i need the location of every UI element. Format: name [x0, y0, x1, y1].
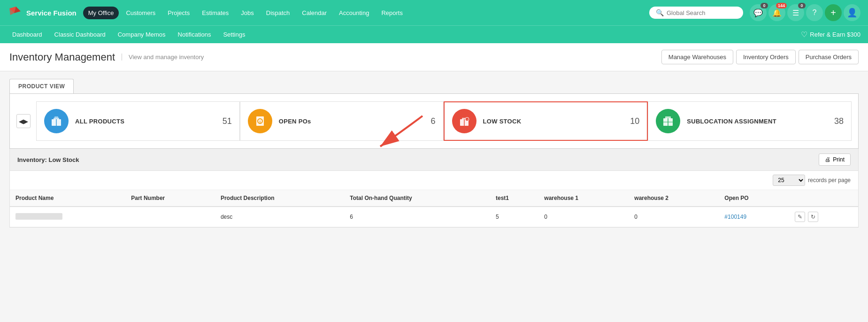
- avatar-icon: 👤: [847, 8, 857, 18]
- all-products-label: ALL PRODUCTS: [75, 118, 124, 125]
- sublocation-icon-svg: [661, 115, 675, 128]
- help-icon-btn[interactable]: ?: [806, 4, 823, 21]
- print-button[interactable]: 🖨 Print: [819, 153, 851, 166]
- cell-warehouse1: 0: [538, 207, 629, 227]
- product-view-tab[interactable]: PRODUCT VIEW: [9, 79, 74, 93]
- inventory-orders-button[interactable]: Inventory Orders: [736, 50, 796, 64]
- invoice-icon: $: [253, 115, 267, 128]
- printer-icon: 🖨: [825, 156, 830, 163]
- plus-icon: +: [830, 8, 836, 18]
- nav-item-reports[interactable]: Reports: [376, 7, 408, 19]
- col-open-po: Open PO: [719, 190, 789, 207]
- chat-badge: 0: [760, 3, 768, 8]
- cell-row-actions: ✎ ↻: [789, 207, 858, 227]
- col-test1: test1: [490, 190, 538, 207]
- nav-item-estimates[interactable]: Estimates: [197, 7, 234, 19]
- purchase-orders-button[interactable]: Purchase Orders: [799, 50, 859, 64]
- card-low-stock[interactable]: ! LOW STOCK 10: [444, 101, 648, 141]
- card-sublocation[interactable]: SUBLOCATION ASSIGNMENT 38: [648, 101, 852, 141]
- menu-icon-btn[interactable]: ☰ 0: [787, 4, 804, 21]
- cell-open-po: #100149: [719, 207, 789, 227]
- cell-description: desc: [215, 207, 344, 227]
- sublocation-icon: [656, 109, 680, 133]
- menu-icon: ☰: [792, 8, 799, 17]
- records-row: 25 50 100 records per page: [10, 171, 858, 190]
- cards-wrapper: ◀▶ ALL PRODUCTS 51: [9, 93, 859, 228]
- sub-nav: Dashboard Classic Dashboard Company Memo…: [0, 25, 868, 43]
- product-cards: ALL PRODUCTS 51 $ OPEN POs 6: [36, 101, 852, 141]
- manage-warehouses-button[interactable]: Manage Warehouses: [661, 50, 733, 64]
- card-open-pos[interactable]: $ OPEN POs 6: [240, 101, 444, 141]
- svg-rect-5: [54, 116, 58, 118]
- page-title: Inventory Management: [9, 51, 115, 63]
- sub-nav-company-memos[interactable]: Company Memos: [113, 29, 170, 40]
- chevron-left-icon: ◀▶: [19, 118, 28, 125]
- cell-total-qty: 6: [344, 207, 490, 227]
- sub-nav-notifications[interactable]: Notifications: [173, 29, 216, 40]
- nav-item-customers[interactable]: Customers: [121, 7, 161, 19]
- cell-test1: 5: [490, 207, 538, 227]
- heart-icon: ♡: [801, 30, 807, 39]
- low-stock-label: LOW STOCK: [483, 118, 522, 125]
- card-all-products[interactable]: ALL PRODUCTS 51: [36, 101, 240, 141]
- inventory-data-table: Product Name Part Number Product Descrip…: [10, 190, 858, 227]
- sub-nav-dashboard[interactable]: Dashboard: [8, 29, 47, 40]
- cards-section: ◀▶ ALL PRODUCTS 51: [9, 93, 859, 149]
- open-pos-label: OPEN POs: [279, 118, 311, 125]
- menu-badge: 0: [798, 3, 806, 8]
- col-description: Product Description: [215, 190, 344, 207]
- open-pos-count: 6: [430, 116, 435, 126]
- all-products-icon: [44, 109, 69, 133]
- table-header-row: Inventory: Low Stock 🖨 Print: [10, 149, 858, 171]
- col-total-qty: Total On-hand Quantity: [344, 190, 490, 207]
- refer-earn[interactable]: ♡ Refer & Earn $300: [801, 30, 860, 39]
- refer-earn-label: Refer & Earn $300: [810, 31, 860, 38]
- page-header: Inventory Management View and manage inv…: [0, 43, 868, 71]
- top-icon-group: 💬 0 🔔 144 ☰ 0 ? + 👤: [750, 4, 860, 21]
- nav-item-accounting[interactable]: Accounting: [334, 7, 374, 19]
- refresh-row-button[interactable]: ↻: [808, 212, 818, 222]
- edit-icon: ✎: [798, 214, 802, 220]
- main-content: PRODUCT VIEW ◀▶: [0, 71, 868, 235]
- row-action-buttons: ✎ ↻: [795, 212, 853, 222]
- table-head: Product Name Part Number Product Descrip…: [10, 190, 858, 207]
- sub-nav-classic-dashboard[interactable]: Classic Dashboard: [50, 29, 110, 40]
- low-stock-count: 10: [630, 116, 639, 126]
- table-body: desc 6 5 0 0 #100149 ✎: [10, 207, 858, 227]
- logo: Service Fusion: [8, 5, 77, 21]
- nav-item-projects[interactable]: Projects: [162, 7, 195, 19]
- box-icon: [50, 115, 63, 128]
- product-name-placeholder: [15, 213, 62, 220]
- chat-icon-btn[interactable]: 💬 0: [750, 4, 767, 21]
- cell-warehouse2: 0: [629, 207, 719, 227]
- nav-item-calendar[interactable]: Calendar: [297, 7, 332, 19]
- bell-icon-btn[interactable]: 🔔 144: [768, 4, 785, 21]
- cell-part-number: [125, 207, 215, 227]
- global-search[interactable]: 🔍: [649, 7, 743, 19]
- open-po-link[interactable]: #100149: [724, 214, 746, 220]
- logo-icon: [8, 5, 23, 21]
- records-per-page-select[interactable]: 25 50 100: [773, 175, 805, 186]
- nav-item-dispatch[interactable]: Dispatch: [261, 7, 295, 19]
- search-input[interactable]: [667, 9, 732, 16]
- low-stock-icon: !: [452, 109, 476, 133]
- avatar-btn[interactable]: 👤: [844, 4, 860, 21]
- table-row: desc 6 5 0 0 #100149 ✎: [10, 207, 858, 227]
- page-subtitle: View and manage inventory: [122, 54, 204, 61]
- nav-item-jobs[interactable]: Jobs: [236, 7, 259, 19]
- col-warehouse1: warehouse 1: [538, 190, 629, 207]
- sub-nav-settings[interactable]: Settings: [218, 29, 250, 40]
- brand-name: Service Fusion: [26, 9, 77, 17]
- help-icon: ?: [813, 8, 817, 17]
- scroll-left-arrow[interactable]: ◀▶: [16, 114, 31, 128]
- low-stock-box-icon: !: [458, 115, 471, 128]
- search-icon: 🔍: [656, 9, 664, 16]
- inventory-table-section: Inventory: Low Stock 🖨 Print 25 50 100 r…: [9, 149, 859, 228]
- nav-item-myoffice[interactable]: My Office: [83, 7, 119, 19]
- edit-row-button[interactable]: ✎: [795, 212, 805, 222]
- add-icon-btn[interactable]: +: [825, 4, 842, 21]
- chat-icon: 💬: [753, 8, 763, 17]
- svg-text:$: $: [259, 120, 261, 123]
- cell-product-name: [10, 207, 125, 227]
- refresh-icon: ↻: [811, 214, 815, 220]
